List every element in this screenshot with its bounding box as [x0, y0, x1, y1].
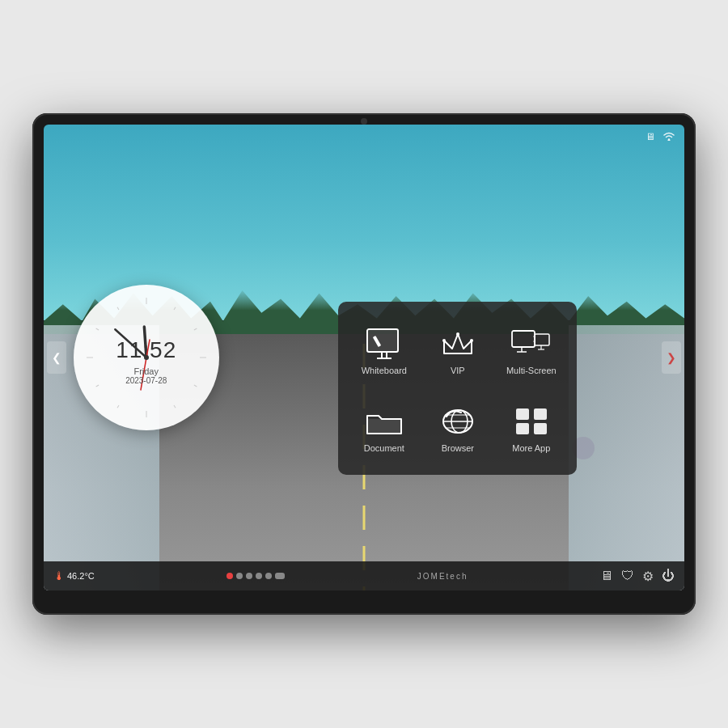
- svg-rect-42: [534, 408, 547, 420]
- app-multiscreen-label: Multi-Screen: [506, 366, 557, 375]
- tv-frame: 🖥 ❮ ❯: [32, 113, 696, 615]
- monitor-bottom-icon[interactable]: 🖥: [600, 569, 613, 583]
- svg-line-10: [95, 385, 98, 387]
- svg-point-26: [442, 339, 446, 342]
- camera: [361, 118, 367, 125]
- svg-line-9: [117, 405, 119, 408]
- svg-rect-29: [512, 331, 535, 347]
- svg-line-12: [117, 307, 119, 310]
- bottom-left: 🌡 46.2°C: [53, 569, 95, 582]
- svg-rect-35: [367, 419, 401, 434]
- nav-arrow-left[interactable]: ❮: [47, 341, 66, 374]
- svg-rect-44: [534, 423, 547, 434]
- svg-point-0: [668, 138, 670, 140]
- svg-point-28: [470, 339, 473, 342]
- dot-3: [246, 573, 252, 579]
- dot-6: [275, 573, 285, 579]
- monitor-icon: 🖥: [645, 131, 655, 142]
- settings-icon[interactable]: ⚙: [642, 569, 654, 584]
- clock-widget: 11:52 Friday 2023-07-28: [74, 285, 219, 430]
- app-vip[interactable]: VIP: [423, 313, 492, 386]
- bottom-right-icons: 🖥 🛡 ⚙ ⏻: [600, 569, 675, 584]
- app-whiteboard[interactable]: Whiteboard: [349, 313, 418, 386]
- top-status-bar: 🖥: [44, 125, 684, 149]
- svg-rect-43: [516, 423, 529, 434]
- clock-time: 11:52: [116, 337, 176, 363]
- nav-arrow-right[interactable]: ❯: [662, 341, 681, 374]
- thermometer-icon: 🌡: [53, 569, 65, 582]
- svg-rect-32: [535, 334, 549, 345]
- dot-1: [226, 573, 233, 579]
- app-moreapp-label: More App: [512, 443, 550, 453]
- clock-day: Friday: [116, 366, 176, 376]
- temperature-display: 🌡 46.2°C: [53, 569, 95, 582]
- temperature-value: 46.2°C: [67, 571, 95, 581]
- svg-line-8: [174, 405, 176, 408]
- tv-screen: 🖥 ❮ ❯: [44, 125, 684, 590]
- svg-line-5: [174, 307, 176, 310]
- svg-rect-19: [367, 329, 398, 352]
- bottom-dots: [226, 573, 285, 579]
- dot-2: [236, 573, 243, 579]
- app-whiteboard-label: Whiteboard: [362, 366, 407, 375]
- clock-date: 2023-07-28: [116, 376, 176, 385]
- app-document-label: Document: [364, 443, 404, 453]
- app-menu: Whiteboard VIP: [338, 302, 577, 475]
- dot-5: [265, 573, 272, 579]
- app-moreapp[interactable]: More App: [497, 391, 565, 463]
- app-browser[interactable]: Browser: [423, 391, 492, 463]
- svg-marker-24: [444, 334, 472, 353]
- svg-line-6: [194, 328, 197, 330]
- svg-line-7: [194, 385, 197, 387]
- power-icon[interactable]: ⏻: [662, 569, 675, 583]
- svg-rect-41: [516, 408, 529, 420]
- svg-point-27: [456, 332, 459, 336]
- shield-icon[interactable]: 🛡: [621, 569, 634, 583]
- app-vip-label: VIP: [451, 366, 465, 375]
- svg-line-11: [95, 328, 98, 330]
- bottom-bar: 🌡 46.2°C JOMEtech 🖥 🛡 ⚙ ⏻: [44, 561, 684, 590]
- app-document[interactable]: Document: [349, 391, 418, 463]
- brand-label: JOMEtech: [417, 572, 468, 581]
- app-multiscreen[interactable]: Multi-Screen: [497, 313, 565, 386]
- dot-4: [256, 573, 262, 579]
- wifi-icon: [662, 130, 676, 144]
- app-browser-label: Browser: [442, 443, 474, 453]
